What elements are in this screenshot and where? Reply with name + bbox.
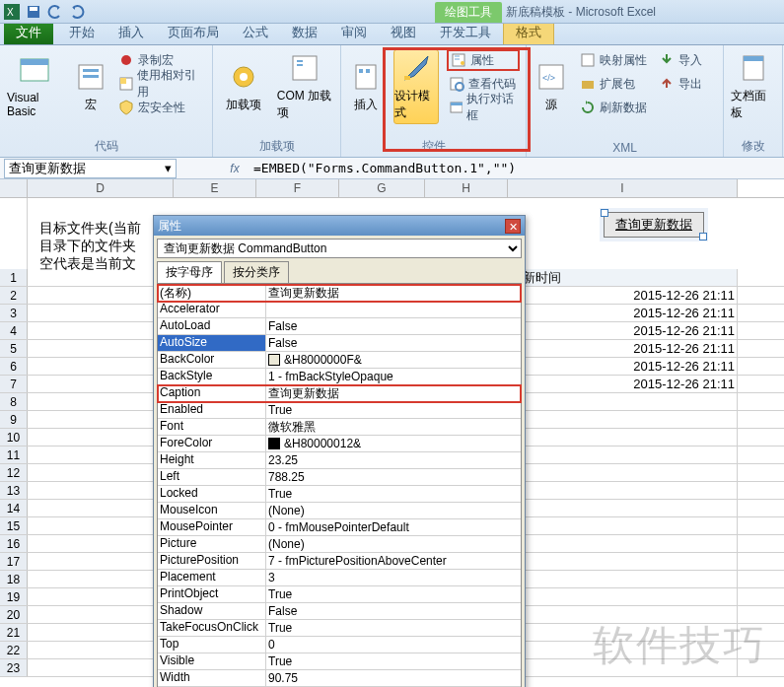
- property-value[interactable]: True: [266, 586, 521, 602]
- property-row[interactable]: AutoSizeFalse: [158, 335, 521, 352]
- cell[interactable]: [28, 642, 174, 658]
- property-value[interactable]: 23.25: [266, 452, 521, 468]
- properties-button[interactable]: 属性: [447, 49, 520, 71]
- cell[interactable]: [28, 500, 174, 516]
- property-value[interactable]: 微软雅黑: [266, 419, 521, 435]
- row-header[interactable]: 9: [0, 411, 28, 428]
- property-value[interactable]: 查询更新数据: [266, 385, 521, 401]
- cell[interactable]: [508, 429, 738, 446]
- cell[interactable]: [28, 517, 174, 534]
- expand-pack-button[interactable]: 扩展包: [578, 73, 649, 95]
- row-header[interactable]: 13: [0, 482, 28, 499]
- property-value[interactable]: (None): [266, 536, 521, 552]
- row-header[interactable]: 11: [0, 447, 28, 463]
- insert-control-button[interactable]: 插入: [347, 49, 386, 124]
- row-header[interactable]: 10: [0, 429, 28, 446]
- row-header[interactable]: 21: [0, 624, 28, 641]
- cell[interactable]: [508, 411, 738, 428]
- cell[interactable]: [28, 287, 174, 304]
- tab-view[interactable]: 视图: [379, 21, 428, 44]
- property-value[interactable]: 0: [266, 637, 521, 653]
- row-header[interactable]: 18: [0, 571, 28, 587]
- xml-source-button[interactable]: </> 源: [533, 49, 570, 124]
- relative-ref-button[interactable]: 使用相对引用: [116, 73, 206, 95]
- addins-button[interactable]: 加载项: [219, 49, 268, 124]
- property-value[interactable]: 7 - fmPicturePositionAboveCenter: [266, 553, 521, 569]
- col-header-G[interactable]: G: [339, 179, 425, 197]
- property-row[interactable]: MouseIcon(None): [158, 503, 521, 519]
- map-props-button[interactable]: 映射属性: [578, 49, 649, 71]
- row-header[interactable]: 5: [0, 340, 28, 357]
- property-value[interactable]: False: [266, 603, 521, 619]
- row-header[interactable]: 19: [0, 588, 28, 605]
- property-row[interactable]: MousePointer0 - fmMousePointerDefault: [158, 519, 521, 536]
- tab-data[interactable]: 数据: [280, 21, 329, 44]
- property-value[interactable]: 3: [266, 570, 521, 585]
- object-selector[interactable]: 查询更新数据 CommandButton: [157, 239, 522, 258]
- property-row[interactable]: ShadowFalse: [158, 603, 521, 620]
- cell[interactable]: [28, 464, 174, 481]
- save-icon[interactable]: [26, 4, 41, 20]
- properties-titlebar[interactable]: 属性 ✕: [154, 216, 525, 236]
- row-header[interactable]: 12: [0, 464, 28, 481]
- row-header[interactable]: 20: [0, 606, 28, 623]
- cell[interactable]: 2015-12-26 21:11: [508, 340, 738, 357]
- fx-icon[interactable]: fx: [220, 162, 249, 175]
- cell[interactable]: 2015-12-26 21:11: [508, 305, 738, 321]
- cell[interactable]: [28, 624, 174, 641]
- tab-formulas[interactable]: 公式: [231, 21, 280, 44]
- command-button-object[interactable]: 查询更新数据: [604, 212, 704, 238]
- property-value[interactable]: 788.25: [266, 469, 521, 485]
- property-value[interactable]: False: [266, 335, 521, 351]
- property-row[interactable]: TakeFocusOnClickTrue: [158, 620, 521, 637]
- undo-icon[interactable]: [47, 4, 63, 20]
- cell[interactable]: [28, 482, 174, 499]
- row-header[interactable]: 7: [0, 376, 28, 392]
- cell[interactable]: 2015-12-26 21:11: [508, 358, 738, 375]
- refresh-data-button[interactable]: 刷新数据: [578, 97, 649, 118]
- properties-grid[interactable]: (名称)查询更新数据AcceleratorAutoLoadFalseAutoSi…: [157, 284, 522, 687]
- row-header[interactable]: 6: [0, 358, 28, 375]
- property-row[interactable]: (名称)查询更新数据: [158, 285, 521, 302]
- row-header[interactable]: 23: [0, 659, 28, 676]
- row-header[interactable]: 4: [0, 322, 28, 339]
- property-row[interactable]: LockedTrue: [158, 486, 521, 503]
- property-value[interactable]: (None): [266, 503, 521, 518]
- cell[interactable]: [28, 606, 174, 623]
- cell[interactable]: [508, 571, 738, 587]
- col-header-E[interactable]: E: [174, 179, 256, 197]
- property-row[interactable]: BackColor&H8000000F&: [158, 352, 521, 369]
- property-row[interactable]: PrintObjectTrue: [158, 586, 521, 603]
- com-addins-button[interactable]: COM 加载项: [276, 49, 334, 124]
- run-dialog-button[interactable]: 执行对话框: [447, 97, 520, 118]
- cell[interactable]: 2015-12-26 21:11: [508, 287, 738, 304]
- property-row[interactable]: Placement3: [158, 570, 521, 586]
- col-header-H[interactable]: H: [425, 179, 508, 197]
- name-box[interactable]: 查询更新数据 ▾: [4, 159, 177, 178]
- cell[interactable]: [28, 340, 174, 357]
- row-header[interactable]: 2: [0, 287, 28, 304]
- property-row[interactable]: ForeColor&H80000012&: [158, 436, 521, 452]
- property-value[interactable]: False: [266, 318, 521, 334]
- cell[interactable]: [28, 535, 174, 552]
- formula-input[interactable]: =EMBED("Forms.CommandButton.1",""): [249, 161, 784, 175]
- row-header[interactable]: 15: [0, 517, 28, 534]
- cell[interactable]: [508, 517, 738, 534]
- tab-file[interactable]: 文件: [4, 21, 53, 44]
- cell[interactable]: [28, 322, 174, 339]
- cell[interactable]: [28, 588, 174, 605]
- cell[interactable]: [508, 535, 738, 552]
- cell[interactable]: 更新时间: [508, 269, 738, 286]
- chevron-down-icon[interactable]: ▾: [165, 161, 172, 175]
- cell[interactable]: [28, 571, 174, 587]
- property-row[interactable]: BackStyle1 - fmBackStyleOpaque: [158, 369, 521, 385]
- properties-window[interactable]: 属性 ✕ 查询更新数据 CommandButton 按字母序 按分类序 (名称)…: [153, 215, 526, 687]
- row-header[interactable]: 3: [0, 305, 28, 321]
- property-row[interactable]: AutoLoadFalse: [158, 318, 521, 335]
- row-header[interactable]: 22: [0, 642, 28, 658]
- cell[interactable]: [508, 482, 738, 499]
- cell[interactable]: [508, 553, 738, 570]
- property-value[interactable]: &H8000000F&: [266, 352, 521, 368]
- property-value[interactable]: 1 - fmBackStyleOpaque: [266, 369, 521, 384]
- property-value[interactable]: [266, 302, 521, 317]
